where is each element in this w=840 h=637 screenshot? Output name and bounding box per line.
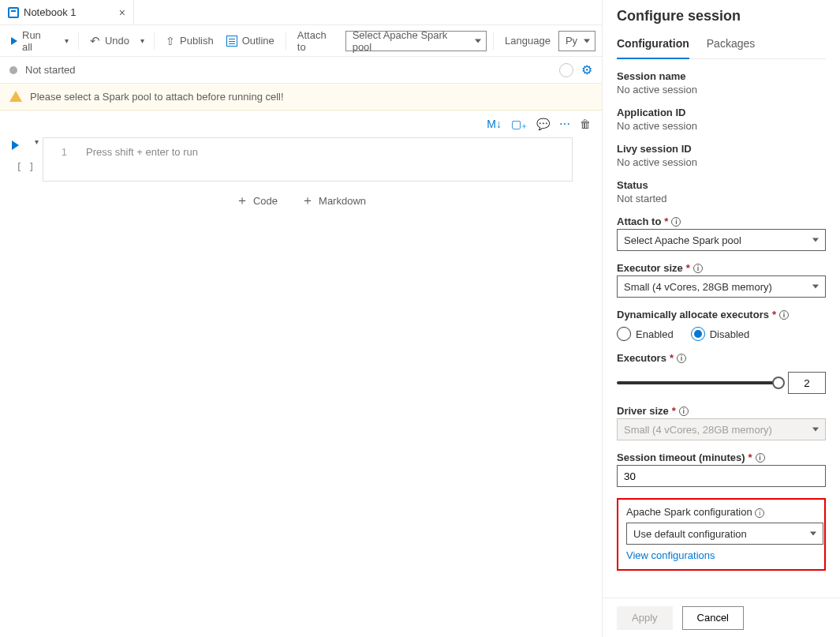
code-cell[interactable]: 1 Press shift + enter to run bbox=[43, 137, 573, 182]
attach-to-select-value: Select Apache Spark pool bbox=[624, 234, 741, 246]
status-bar: Not started ⚙ bbox=[0, 57, 602, 84]
application-id-value: No active session bbox=[617, 120, 826, 132]
gear-icon[interactable]: ⚙ bbox=[581, 62, 592, 77]
livy-id-field: Livy session ID No active session bbox=[617, 143, 826, 168]
tab-configuration[interactable]: Configuration bbox=[617, 32, 689, 59]
undo-icon: ↶ bbox=[90, 34, 100, 48]
markdown-toggle-button[interactable]: M↓ bbox=[487, 118, 502, 130]
info-icon[interactable]: i bbox=[693, 264, 703, 273]
info-icon[interactable]: i bbox=[755, 508, 764, 518]
executors-slider[interactable] bbox=[617, 381, 778, 384]
required-icon: * bbox=[749, 452, 752, 463]
comment-icon[interactable]: 💬 bbox=[536, 118, 550, 130]
spark-config-value: Use default configuration bbox=[633, 528, 747, 540]
cell-placeholder: Press shift + enter to run bbox=[86, 146, 198, 158]
attach-to-label: Attach to bbox=[293, 26, 342, 56]
notebook-icon bbox=[8, 7, 19, 18]
required-icon: * bbox=[670, 352, 674, 364]
warning-icon bbox=[9, 91, 22, 102]
attach-to-field: Attach to * i Select Apache Spark pool bbox=[617, 215, 826, 251]
view-configurations-link[interactable]: View configurations bbox=[626, 549, 715, 561]
chevron-down-icon[interactable]: ▾ bbox=[137, 33, 147, 48]
add-cell-row: ＋ Code ＋ Markdown bbox=[0, 193, 602, 209]
separator bbox=[286, 32, 286, 50]
language-label: Language bbox=[500, 32, 555, 50]
chevron-down-icon[interactable]: ▾ bbox=[62, 33, 72, 48]
info-icon[interactable]: i bbox=[756, 453, 765, 463]
delete-cell-icon[interactable]: 🗑 bbox=[580, 118, 591, 130]
dynamic-allocate-field: Dynamically allocate executors * i Enabl… bbox=[617, 309, 826, 341]
info-icon[interactable]: i bbox=[779, 310, 789, 320]
required-icon: * bbox=[772, 309, 776, 320]
radio-disabled[interactable]: Disabled bbox=[691, 327, 750, 341]
timeout-label: Session timeout (minutes) bbox=[617, 452, 745, 463]
info-icon[interactable]: i bbox=[671, 217, 681, 227]
info-icon[interactable]: i bbox=[677, 354, 686, 363]
plus-icon: ＋ bbox=[236, 193, 248, 209]
radio-disabled-label: Disabled bbox=[710, 328, 750, 340]
play-icon bbox=[11, 37, 17, 45]
publish-label: Publish bbox=[180, 35, 214, 47]
apply-button[interactable]: Apply bbox=[617, 606, 673, 630]
language-value: Py bbox=[566, 35, 577, 47]
driver-size-label: Driver size bbox=[617, 405, 669, 417]
radio-icon bbox=[617, 327, 631, 341]
executors-field: Executors * i bbox=[617, 352, 826, 394]
required-icon: * bbox=[664, 215, 668, 227]
notebook-tab[interactable]: Notebook 1 × bbox=[0, 0, 134, 24]
more-icon[interactable]: ⋯ bbox=[559, 118, 570, 130]
driver-size-field: Driver size * i Small (4 vCores, 28GB me… bbox=[617, 405, 826, 440]
run-cell-icon[interactable] bbox=[12, 141, 19, 150]
executor-size-select[interactable]: Small (4 vCores, 28GB memory) bbox=[617, 275, 826, 298]
panel-tabs: Configuration Packages bbox=[617, 32, 826, 59]
status-label: Status bbox=[617, 179, 826, 191]
run-all-button[interactable]: Run all bbox=[6, 26, 58, 56]
language-select[interactable]: Py bbox=[558, 31, 595, 51]
attach-to-select[interactable]: Select Apache Spark pool bbox=[617, 229, 826, 251]
add-code-label: Code bbox=[253, 195, 278, 207]
separator bbox=[154, 32, 155, 50]
warning-text: Please select a Spark pool to attach bef… bbox=[30, 91, 284, 103]
attach-to-value: Select Apache Spark pool bbox=[353, 29, 469, 53]
warning-bar: Please select a Spark pool to attach bef… bbox=[0, 84, 602, 111]
publish-icon: ⇧ bbox=[166, 35, 175, 47]
executor-size-label: Executor size bbox=[617, 262, 683, 274]
chevron-down-icon[interactable]: ▾ bbox=[35, 137, 39, 146]
driver-size-value: Small (4 vCores, 28GB memory) bbox=[624, 424, 772, 436]
status-field: Status Not started bbox=[617, 179, 826, 204]
info-icon[interactable]: i bbox=[679, 407, 689, 416]
undo-button[interactable]: ↶ Undo bbox=[85, 31, 134, 51]
application-id-field: Application ID No active session bbox=[617, 107, 826, 132]
status-value: Not started bbox=[617, 193, 826, 204]
outline-button[interactable]: Outline bbox=[222, 32, 279, 50]
attach-to-label: Attach to bbox=[617, 215, 661, 227]
attach-to-select[interactable]: Select Apache Spark pool bbox=[345, 31, 487, 51]
add-markdown-label: Markdown bbox=[319, 195, 366, 207]
radio-enabled[interactable]: Enabled bbox=[617, 327, 674, 341]
stop-icon[interactable] bbox=[559, 63, 573, 77]
add-cell-below-icon[interactable]: ▢₊ bbox=[511, 118, 527, 130]
line-number: 1 bbox=[54, 146, 67, 158]
separator bbox=[78, 32, 79, 50]
status-dot-icon bbox=[9, 66, 17, 74]
cell-gutter: ▾ [ ] bbox=[8, 137, 43, 182]
tab-packages[interactable]: Packages bbox=[707, 32, 755, 58]
livy-id-value: No active session bbox=[617, 156, 826, 168]
spark-config-select[interactable]: Use default configuration bbox=[626, 523, 823, 545]
outline-icon bbox=[226, 36, 237, 47]
add-markdown-button[interactable]: ＋ Markdown bbox=[301, 193, 366, 209]
panel-footer: Apply Cancel bbox=[603, 598, 840, 637]
publish-button[interactable]: ⇧ Publish bbox=[161, 32, 218, 51]
close-icon[interactable]: × bbox=[119, 6, 125, 19]
slider-thumb[interactable] bbox=[772, 377, 785, 389]
add-code-button[interactable]: ＋ Code bbox=[236, 193, 278, 209]
driver-size-select: Small (4 vCores, 28GB memory) bbox=[617, 418, 826, 440]
plus-icon: ＋ bbox=[301, 193, 314, 209]
separator bbox=[493, 32, 494, 50]
executors-label: Executors bbox=[617, 352, 666, 364]
executor-size-field: Executor size * i Small (4 vCores, 28GB … bbox=[617, 262, 826, 298]
application-id-label: Application ID bbox=[617, 107, 826, 118]
executors-input[interactable] bbox=[788, 372, 826, 394]
cancel-button[interactable]: Cancel bbox=[682, 606, 744, 630]
timeout-input[interactable] bbox=[617, 465, 826, 487]
